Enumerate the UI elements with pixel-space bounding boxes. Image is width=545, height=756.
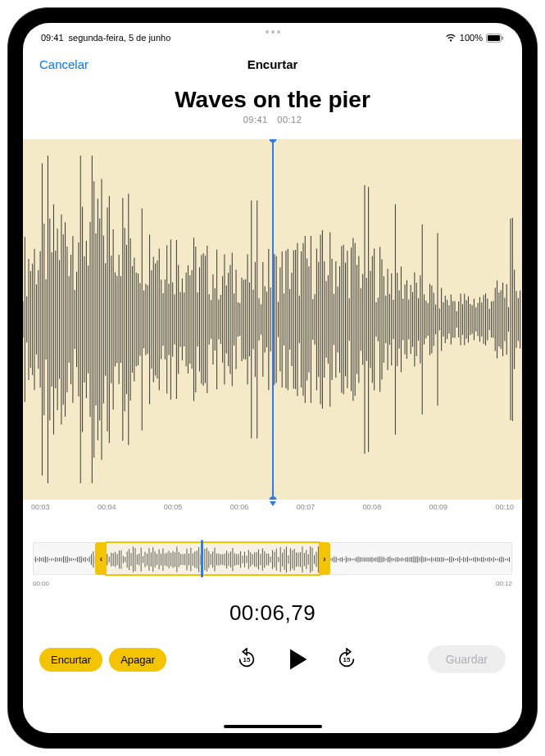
chevron-left-icon: ‹	[100, 555, 102, 564]
ruler-tick: 00:04	[98, 503, 116, 516]
controls-row: Encurtar Apagar 15 15	[23, 645, 522, 673]
svg-text:15: 15	[243, 656, 251, 663]
skip-forward-15-icon: 15	[335, 648, 358, 671]
svg-rect-1	[488, 35, 500, 41]
cancel-button[interactable]: Cancelar	[39, 57, 89, 71]
ruler-tick: 00:06	[230, 503, 249, 516]
home-indicator[interactable]	[224, 725, 322, 728]
recording-title: Waves on the pier	[23, 87, 522, 113]
overview-end-label: 00:12	[496, 580, 512, 587]
status-left: 09:41 segunda-feira, 5 de junho	[41, 33, 170, 43]
overview-start-label: 00:00	[33, 580, 49, 587]
nav-title: Encurtar	[248, 57, 298, 71]
overview-timeline[interactable]: ‹ ›	[23, 542, 522, 578]
ruler-tick: 00:08	[363, 503, 382, 516]
delete-button[interactable]: Apagar	[109, 648, 166, 672]
ruler-tick: 00:10	[495, 503, 514, 516]
overview-track: ‹ ›	[33, 542, 512, 575]
recording-meta-time: 09:41	[243, 115, 268, 124]
trim-handle-right[interactable]: ›	[319, 542, 330, 575]
status-date: segunda-feira, 5 de junho	[69, 33, 171, 43]
ruler-tick: 00:09	[429, 503, 448, 516]
ruler-tick: 00:07	[297, 503, 316, 516]
ruler-tick: 00:03	[31, 503, 50, 516]
skip-back-button[interactable]: 15	[235, 648, 258, 671]
ipad-frame: 09:41 segunda-feira, 5 de junho 100% Can…	[8, 8, 537, 748]
multitask-dots[interactable]	[266, 30, 280, 34]
battery-percent: 100%	[460, 33, 483, 43]
playback-controls: 15 15	[173, 645, 421, 673]
status-right: 100%	[445, 33, 504, 43]
recording-meta-duration: 00:12	[277, 115, 302, 124]
chevron-right-icon: ›	[323, 555, 325, 564]
trim-selection[interactable]: ‹ ›	[105, 541, 320, 576]
ruler-playhead-tick	[270, 501, 276, 506]
play-button[interactable]	[283, 645, 311, 673]
overview-playhead[interactable]	[201, 540, 203, 577]
battery-icon	[486, 34, 504, 43]
overview-labels: 00:00 00:12	[23, 578, 522, 587]
trim-handle-left[interactable]: ‹	[95, 542, 107, 575]
playhead[interactable]	[272, 139, 274, 500]
skip-back-15-icon: 15	[235, 648, 258, 671]
trim-button[interactable]: Encurtar	[39, 648, 102, 672]
status-time: 09:41	[41, 33, 64, 43]
skip-forward-button[interactable]: 15	[335, 648, 358, 671]
wifi-icon	[445, 34, 456, 42]
nav-bar: Cancelar Encurtar	[23, 48, 522, 80]
screen: 09:41 segunda-feira, 5 de junho 100% Can…	[23, 23, 522, 733]
time-ruler: 00:03 00:04 00:05 00:06 00:07 00:08 00:0…	[23, 500, 522, 516]
svg-text:15: 15	[343, 656, 351, 663]
waveform-main[interactable]	[23, 139, 522, 500]
current-time-display: 00:06,79	[23, 600, 522, 626]
save-button[interactable]: Guardar	[428, 645, 506, 673]
status-bar: 09:41 segunda-feira, 5 de junho 100%	[23, 28, 522, 48]
ruler-tick: 00:05	[164, 503, 183, 516]
svg-rect-2	[502, 36, 504, 39]
play-icon	[283, 645, 311, 673]
recording-meta: 09:41 00:12	[23, 115, 522, 124]
